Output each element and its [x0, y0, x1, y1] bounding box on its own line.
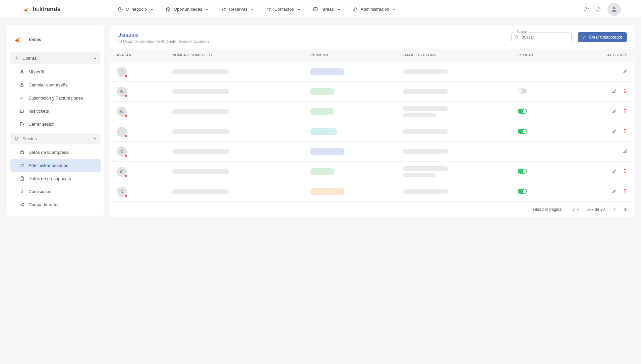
- app-header: holitrends Mi negocio Oportunidades Rese…: [0, 0, 641, 19]
- edit-icon[interactable]: [611, 169, 617, 174]
- svg-point-12: [21, 164, 22, 165]
- pie-chart-icon: [118, 7, 123, 12]
- sidebar-item-budget[interactable]: Datos de presupuesto: [10, 172, 101, 185]
- sidebar-item-share[interactable]: Compartir datos: [10, 198, 101, 211]
- edit-icon[interactable]: [611, 88, 617, 94]
- permission-chip: [310, 188, 344, 195]
- user-avatar-initial: M: [117, 167, 127, 177]
- sidebar-item-users[interactable]: Administrar usuarios: [10, 159, 101, 172]
- chevron-down-icon: [393, 8, 396, 11]
- nav-tasks[interactable]: Tareas: [313, 7, 341, 12]
- trash-icon[interactable]: [623, 88, 628, 94]
- rows-per-page-label: Filas por página:: [533, 207, 563, 212]
- user-avatar[interactable]: [607, 3, 621, 16]
- sidebar-group-account[interactable]: Cuenta: [10, 52, 101, 64]
- users-icon: [19, 163, 24, 168]
- ticket-icon: [19, 109, 24, 114]
- svg-point-0: [268, 8, 269, 9]
- name-placeholder: [172, 169, 229, 174]
- brand-mark-icon: [23, 5, 31, 13]
- col-name: NOMBRE COMPLETO: [166, 49, 304, 62]
- trash-icon[interactable]: [623, 189, 628, 194]
- status-dot: [125, 135, 127, 137]
- status-dot: [125, 115, 127, 117]
- brand-logo[interactable]: holitrends: [23, 5, 61, 13]
- permission-chip: [310, 168, 334, 175]
- status-dot: [125, 195, 127, 197]
- file-icon: [19, 176, 24, 181]
- sidebar-item-logout[interactable]: Cerrar sesión: [10, 118, 101, 131]
- sidebar-item-tickets[interactable]: Mis tickets: [10, 105, 101, 118]
- pagination: Filas por página: 7 1–7 de 20: [110, 202, 634, 217]
- state-toggle[interactable]: [518, 88, 527, 94]
- sidebar-user-name: Tomas: [28, 37, 41, 42]
- name-placeholder: [172, 189, 229, 194]
- table-row: C: [110, 142, 634, 162]
- search-input[interactable]: [511, 32, 572, 42]
- nav-admin[interactable]: Administración: [353, 7, 396, 12]
- trash-icon[interactable]: [623, 169, 628, 174]
- svg-point-13: [22, 164, 23, 165]
- svg-rect-7: [21, 85, 23, 87]
- row-actions: [623, 148, 628, 154]
- svg-point-3: [585, 7, 587, 9]
- brand-mark-icon: [13, 34, 23, 44]
- rows-per-page-select[interactable]: 7: [573, 207, 580, 212]
- table-row: A: [110, 182, 634, 202]
- logout-icon: [19, 122, 24, 127]
- status-dot: [125, 155, 127, 157]
- edit-icon[interactable]: [611, 109, 617, 114]
- edit-icon[interactable]: [611, 189, 617, 194]
- name-placeholder: [172, 149, 229, 154]
- state-toggle[interactable]: [518, 169, 527, 174]
- top-nav: Mi negocio Oportunidades Reservas Contac…: [118, 7, 396, 12]
- state-toggle[interactable]: [518, 129, 527, 134]
- sidebar-item-company[interactable]: Datos de la empresa: [10, 146, 101, 159]
- edit-icon[interactable]: [623, 69, 628, 74]
- dollar-icon: [19, 189, 24, 194]
- state-toggle[interactable]: [518, 109, 527, 114]
- user-icon: [14, 56, 19, 61]
- svg-rect-2: [313, 7, 317, 11]
- create-collaborator-button[interactable]: Crear Colaborador: [578, 32, 627, 42]
- sidebar-item-profile[interactable]: Mi perfil: [10, 65, 101, 78]
- nav-my-business[interactable]: Mi negocio: [118, 7, 154, 12]
- permission-chip: [310, 148, 344, 155]
- sidebar-item-password[interactable]: Cambiar contraseña: [10, 78, 101, 92]
- users-icon: [266, 7, 272, 12]
- chevron-right-icon[interactable]: [623, 207, 628, 212]
- edit-icon[interactable]: [611, 129, 617, 134]
- briefcase-icon: [19, 150, 24, 155]
- sidebar-item-subscription[interactable]: Suscripción y Facturaciones: [10, 92, 101, 105]
- phone-placeholder: [403, 173, 436, 177]
- user-icon: [610, 6, 618, 13]
- nav-opportunities[interactable]: Oportunidades: [166, 7, 209, 12]
- nav-bookings[interactable]: Reservas: [221, 7, 254, 12]
- trash-icon[interactable]: [623, 129, 628, 134]
- chevron-down-icon: [150, 8, 154, 11]
- email-placeholder: [403, 166, 448, 171]
- nav-contacts[interactable]: Contactos: [266, 7, 301, 12]
- row-actions: [611, 88, 628, 94]
- main-panel: Usuarios 20 Usuarios creados de 42(límit…: [110, 25, 634, 217]
- state-toggle[interactable]: [518, 189, 527, 194]
- edit-icon[interactable]: [623, 148, 628, 154]
- search-label: Buscar: [515, 30, 528, 34]
- chevron-down-icon: [206, 8, 209, 11]
- trash-icon[interactable]: [623, 109, 628, 114]
- chevron-left-icon[interactable]: [612, 207, 617, 212]
- package-icon: [166, 7, 171, 12]
- table-row: W: [110, 102, 634, 122]
- sidebar-item-commissions[interactable]: Comisiones: [10, 185, 101, 198]
- col-avatar: AVATAR: [110, 49, 166, 62]
- svg-point-4: [613, 7, 615, 9]
- bell-icon[interactable]: [595, 6, 601, 12]
- email-placeholder: [403, 69, 448, 74]
- chevron-down-icon: [337, 8, 341, 11]
- table-row: W: [110, 82, 634, 102]
- sidebar-group-settings[interactable]: Ajustes: [10, 133, 101, 144]
- user-avatar-initial: A: [117, 187, 127, 197]
- table-row: M: [110, 162, 634, 182]
- user-check-icon[interactable]: [583, 6, 589, 12]
- svg-point-14: [20, 204, 21, 205]
